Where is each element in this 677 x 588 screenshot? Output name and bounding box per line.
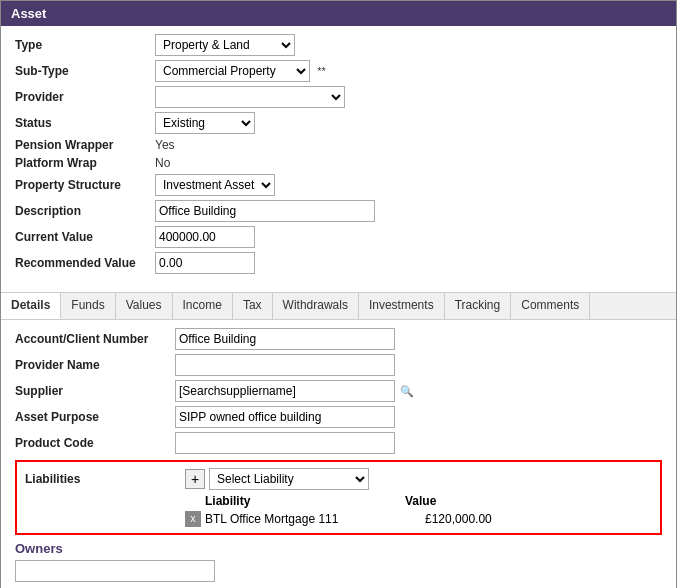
- pension-wrapper-label: Pension Wrapper: [15, 138, 155, 152]
- liability-table-header: Liability Value: [185, 494, 652, 508]
- liabilities-row: Liabilities + Select Liability: [25, 468, 652, 490]
- tab-details[interactable]: Details: [1, 293, 61, 319]
- provider-row: Provider: [15, 86, 662, 108]
- platform-wrap-value: No: [155, 156, 662, 170]
- supplier-row: Supplier 🔍: [15, 380, 662, 402]
- supplier-search-icon[interactable]: 🔍: [400, 385, 414, 397]
- supplier-label: Supplier: [15, 384, 175, 398]
- form-area: Type Property & Land Sub-Type Commercial…: [1, 26, 676, 286]
- provider-label: Provider: [15, 90, 155, 104]
- pension-wrapper-row: Pension Wrapper Yes: [15, 138, 662, 152]
- property-structure-select[interactable]: Investment Asset: [155, 174, 275, 196]
- asset-purpose-row: Asset Purpose: [15, 406, 662, 428]
- subtype-row: Sub-Type Commercial Property **: [15, 60, 662, 82]
- type-select[interactable]: Property & Land: [155, 34, 295, 56]
- remove-liability-button[interactable]: x: [185, 511, 201, 527]
- product-code-input[interactable]: [175, 432, 395, 454]
- asset-purpose-input[interactable]: [175, 406, 395, 428]
- property-structure-row: Property Structure Investment Asset: [15, 174, 662, 196]
- owners-input[interactable]: [15, 560, 215, 582]
- select-liability-dropdown[interactable]: Select Liability: [209, 468, 369, 490]
- liabilities-label: Liabilities: [25, 472, 185, 486]
- platform-wrap-row: Platform Wrap No: [15, 156, 662, 170]
- asterisk: **: [317, 65, 326, 77]
- liability-col-value-header: Value: [405, 494, 525, 508]
- tab-withdrawals[interactable]: Withdrawals: [273, 293, 359, 319]
- account-client-label: Account/Client Number: [15, 332, 175, 346]
- product-code-value: [175, 432, 662, 454]
- current-value-input[interactable]: [155, 226, 255, 248]
- liability-item: x BTL Office Mortgage 111 £120,000.00: [185, 511, 652, 527]
- tab-investments[interactable]: Investments: [359, 293, 445, 319]
- status-value: Existing: [155, 112, 662, 134]
- subtype-label: Sub-Type: [15, 64, 155, 78]
- add-liability-button[interactable]: +: [185, 469, 205, 489]
- recommended-value-value: [155, 252, 662, 274]
- liability-table: Liability Value x BTL Office Mortgage 11…: [185, 494, 652, 527]
- tabs-bar: Details Funds Values Income Tax Withdraw…: [1, 292, 676, 320]
- account-client-input[interactable]: [175, 328, 395, 350]
- type-row: Type Property & Land: [15, 34, 662, 56]
- current-value-value: [155, 226, 662, 248]
- liability-col-name-header: Liability: [185, 494, 405, 508]
- window-title: Asset: [1, 1, 676, 26]
- tab-income[interactable]: Income: [173, 293, 233, 319]
- recommended-value-row: Recommended Value: [15, 252, 662, 274]
- provider-value: [155, 86, 662, 108]
- provider-select[interactable]: [155, 86, 345, 108]
- status-select[interactable]: Existing: [155, 112, 255, 134]
- product-code-label: Product Code: [15, 436, 175, 450]
- platform-wrap-label: Platform Wrap: [15, 156, 155, 170]
- provider-name-row: Provider Name: [15, 354, 662, 376]
- tab-values[interactable]: Values: [116, 293, 173, 319]
- property-structure-label: Property Structure: [15, 178, 155, 192]
- owners-label: Owners: [15, 541, 662, 556]
- current-value-label: Current Value: [15, 230, 155, 244]
- description-input[interactable]: [155, 200, 375, 222]
- provider-name-label: Provider Name: [15, 358, 175, 372]
- subtype-select[interactable]: Commercial Property: [155, 60, 310, 82]
- owners-section: Owners: [15, 541, 662, 582]
- status-row: Status Existing: [15, 112, 662, 134]
- owners-input-row: [15, 560, 662, 582]
- details-tab-content: Account/Client Number Provider Name Supp…: [1, 320, 676, 588]
- subtype-value: Commercial Property **: [155, 60, 662, 82]
- type-value: Property & Land: [155, 34, 662, 56]
- supplier-value: 🔍: [175, 380, 662, 402]
- description-row: Description: [15, 200, 662, 222]
- asset-purpose-value: [175, 406, 662, 428]
- current-value-row: Current Value: [15, 226, 662, 248]
- account-client-value: [175, 328, 662, 350]
- provider-name-value: [175, 354, 662, 376]
- provider-name-input[interactable]: [175, 354, 395, 376]
- recommended-value-label: Recommended Value: [15, 256, 155, 270]
- tab-comments[interactable]: Comments: [511, 293, 590, 319]
- description-value: [155, 200, 662, 222]
- pension-wrapper-value: Yes: [155, 138, 662, 152]
- tab-funds[interactable]: Funds: [61, 293, 115, 319]
- liability-item-name: BTL Office Mortgage 111: [205, 512, 425, 526]
- supplier-input[interactable]: [175, 380, 395, 402]
- account-client-row: Account/Client Number: [15, 328, 662, 350]
- asset-window: Asset Type Property & Land Sub-Type Comm…: [0, 0, 677, 588]
- description-label: Description: [15, 204, 155, 218]
- recommended-value-input[interactable]: [155, 252, 255, 274]
- tab-tax[interactable]: Tax: [233, 293, 273, 319]
- asset-purpose-label: Asset Purpose: [15, 410, 175, 424]
- product-code-row: Product Code: [15, 432, 662, 454]
- property-structure-value: Investment Asset: [155, 174, 662, 196]
- liabilities-controls: + Select Liability: [185, 468, 369, 490]
- liability-item-value: £120,000.00: [425, 512, 545, 526]
- type-label: Type: [15, 38, 155, 52]
- liabilities-section: Liabilities + Select Liability Liability…: [15, 460, 662, 535]
- status-label: Status: [15, 116, 155, 130]
- tab-tracking[interactable]: Tracking: [445, 293, 512, 319]
